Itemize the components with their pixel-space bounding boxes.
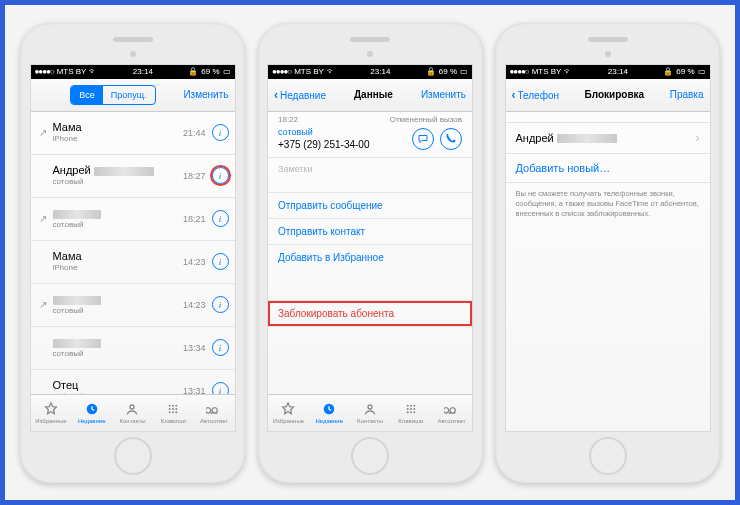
- call-time: 13:34: [183, 343, 206, 353]
- svg-point-5: [169, 408, 171, 410]
- seg-all[interactable]: Все: [71, 86, 103, 104]
- tab-voicemail[interactable]: Автоответ: [431, 395, 472, 431]
- screen-contact-detail: ●●●●○MTS BYᯤ 23:14 🔒69 %▭ ‹Недавние Данн…: [267, 64, 473, 432]
- svg-point-13: [406, 405, 408, 407]
- phone-icon[interactable]: [440, 128, 462, 150]
- add-new-button[interactable]: Добавить новый…: [506, 154, 710, 183]
- recent-row[interactable]: ↗ Мама iPhone 21:44 i: [31, 112, 235, 155]
- front-camera: [130, 51, 136, 57]
- lock-icon: 🔒: [188, 67, 198, 76]
- speaker: [350, 37, 390, 42]
- clock-icon: [84, 401, 100, 417]
- status-bar: ●●●●○MTS BYᯤ 23:14 🔒69 %▭: [506, 65, 710, 79]
- tab-keypad[interactable]: Клавиши: [153, 395, 194, 431]
- action-add-favorite[interactable]: Добавить в Избранное: [268, 244, 472, 270]
- info-icon[interactable]: i: [212, 124, 229, 141]
- info-icon[interactable]: i: [212, 253, 229, 270]
- recent-row[interactable]: ↗ сотовый 18:21 i: [31, 198, 235, 241]
- tab-contacts[interactable]: Контакты: [350, 395, 391, 431]
- chevron-left-icon: ‹: [274, 88, 278, 102]
- status-bar: ●●●●○MTS BYᯤ 23:14 🔒69 %▭: [268, 65, 472, 79]
- blurred-text: [557, 134, 617, 143]
- info-icon[interactable]: i: [212, 296, 229, 313]
- action-block-caller[interactable]: Заблокировать абонента: [268, 300, 472, 327]
- person-icon: [124, 401, 140, 417]
- action-share-contact[interactable]: Отправить контакт: [268, 218, 472, 244]
- recent-row[interactable]: сотовый 13:34 i: [31, 327, 235, 370]
- phone-1: ●●●●○ MTS BY ᯤ 23:14 🔒 69 % ▭ Все Пропущ…: [20, 23, 245, 483]
- home-button[interactable]: [589, 437, 627, 475]
- phone-entry: сотовый +375 (29) 251-34-00: [268, 124, 472, 159]
- tab-recents[interactable]: Недавние: [71, 395, 112, 431]
- screen-recents: ●●●●○ MTS BY ᯤ 23:14 🔒 69 % ▭ Все Пропущ…: [30, 64, 236, 432]
- tab-contacts[interactable]: Контакты: [112, 395, 153, 431]
- svg-point-12: [368, 405, 372, 409]
- notes-field[interactable]: Заметки: [268, 158, 472, 192]
- svg-point-6: [172, 408, 174, 410]
- info-icon[interactable]: i: [212, 167, 229, 184]
- back-button[interactable]: ‹Телефон: [512, 88, 559, 102]
- info-icon[interactable]: i: [212, 382, 229, 394]
- svg-point-21: [413, 411, 415, 413]
- caller-sub: сотовый: [53, 349, 183, 359]
- battery-pct: 69 %: [201, 67, 219, 76]
- tab-recents[interactable]: Недавние: [309, 395, 350, 431]
- back-button[interactable]: ‹Недавние: [274, 88, 326, 102]
- recent-row[interactable]: ↗ сотовый 14:23 i: [31, 284, 235, 327]
- call-time-label: 18:22: [278, 112, 308, 124]
- tab-favorites[interactable]: Избранные: [268, 395, 309, 431]
- nav-bar: ‹Недавние Данные Изменить: [268, 79, 472, 112]
- svg-point-16: [406, 408, 408, 410]
- svg-point-3: [172, 405, 174, 407]
- tab-voicemail[interactable]: Автоответ: [194, 395, 235, 431]
- svg-point-8: [169, 411, 171, 413]
- outgoing-icon: ↗: [37, 127, 49, 138]
- page-title: Данные: [326, 89, 421, 100]
- nav-bar: ‹Телефон Блокировка Правка: [506, 79, 710, 112]
- recent-row[interactable]: Отец рабочий 13:31 i: [31, 370, 235, 394]
- message-icon[interactable]: [412, 128, 434, 150]
- outgoing-icon: ↗: [37, 299, 49, 310]
- blurred-text: [53, 296, 101, 305]
- segmented-control[interactable]: Все Пропущ.: [70, 85, 155, 105]
- info-icon[interactable]: i: [212, 339, 229, 356]
- recent-row[interactable]: Мама iPhone 14:23 i: [31, 241, 235, 284]
- battery-icon: ▭: [223, 67, 231, 76]
- edit-button[interactable]: Правка: [670, 89, 704, 100]
- detail-body[interactable]: 18:22 Отмененный вызов сотовый +375 (29)…: [268, 112, 472, 394]
- info-icon[interactable]: i: [212, 210, 229, 227]
- recent-row[interactable]: Андрей сотовый 18:27 i: [31, 155, 235, 198]
- front-camera: [367, 51, 373, 57]
- seg-missed[interactable]: Пропущ.: [103, 86, 155, 104]
- blocked-footnote: Вы не сможете получать телефонные звонки…: [506, 183, 710, 225]
- tab-bar: Избранные Недавние Контакты Клавиши Авто…: [268, 394, 472, 431]
- svg-point-19: [406, 411, 408, 413]
- wifi-icon: ᯤ: [89, 67, 97, 76]
- call-time: 21:44: [183, 128, 206, 138]
- tab-favorites[interactable]: Избранные: [31, 395, 72, 431]
- caller-sub: сотовый: [53, 306, 183, 316]
- keypad-icon: [165, 401, 181, 417]
- recents-list[interactable]: ↗ Мама iPhone 21:44 i Андрей: [31, 112, 235, 394]
- svg-point-1: [130, 405, 134, 409]
- svg-point-4: [176, 405, 178, 407]
- tab-keypad[interactable]: Клавиши: [390, 395, 431, 431]
- speaker: [588, 37, 628, 42]
- edit-button[interactable]: Изменить: [421, 89, 466, 100]
- voicemail-icon: [206, 401, 222, 417]
- blocked-body: Андрей › Добавить новый… Вы не сможете п…: [506, 112, 710, 431]
- home-button[interactable]: [114, 437, 152, 475]
- svg-point-7: [176, 408, 178, 410]
- edit-button[interactable]: Изменить: [183, 89, 228, 100]
- blurred-text: [53, 210, 101, 219]
- blocked-contact-name: Андрей: [516, 132, 554, 144]
- caller-name: Мама: [53, 121, 183, 134]
- speaker: [113, 37, 153, 42]
- home-button[interactable]: [351, 437, 389, 475]
- blocked-contact-row[interactable]: Андрей ›: [506, 122, 710, 154]
- caller-name: Андрей: [53, 164, 183, 177]
- call-status-label: Отмененный вызов: [380, 112, 462, 124]
- svg-point-10: [176, 411, 178, 413]
- caller-sub: iPhone: [53, 134, 183, 144]
- action-send-message[interactable]: Отправить сообщение: [268, 192, 472, 218]
